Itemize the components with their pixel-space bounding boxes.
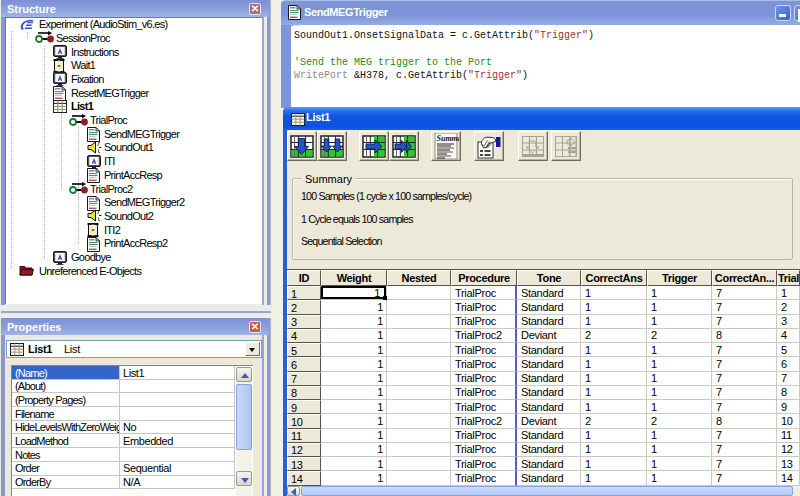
- svg-text:Summa: Summa: [437, 134, 460, 143]
